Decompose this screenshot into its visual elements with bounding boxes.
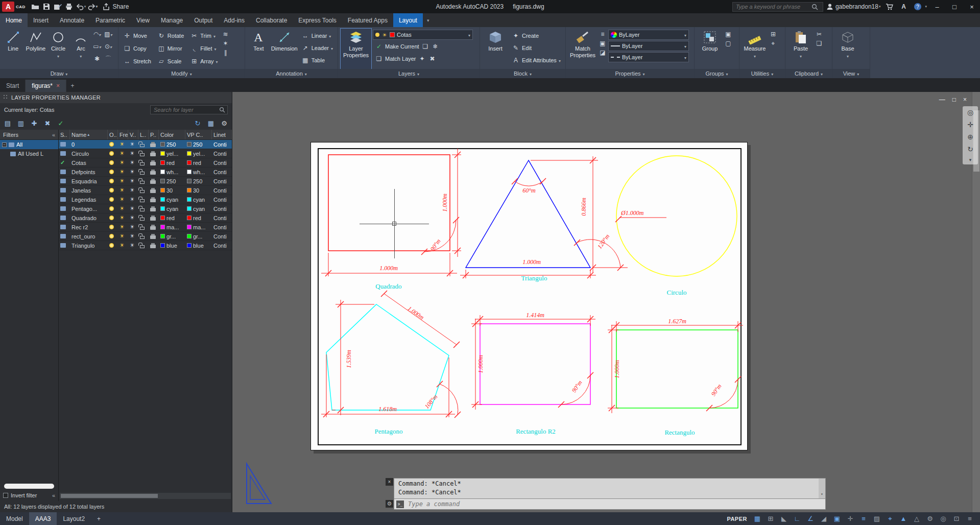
vp-color-swatch[interactable] xyxy=(187,243,192,248)
new-layout-button[interactable]: + xyxy=(91,512,107,525)
figure-pentagon[interactable]: 1.539m 1.000m 1.618m 108°m Pentagono xyxy=(321,291,461,435)
layer-off-icon[interactable]: ❏ xyxy=(421,42,429,51)
ribbon-state-toggle-icon[interactable]: ▾ xyxy=(423,13,434,27)
text-button[interactable]: A Text xyxy=(248,29,270,69)
freeze-icon[interactable] xyxy=(119,224,125,230)
freeze-icon[interactable] xyxy=(119,187,125,194)
viewport-restore-button[interactable]: □ xyxy=(952,96,956,103)
close-tab-icon[interactable]: × xyxy=(56,82,60,89)
dim-text[interactable]: 90°m xyxy=(570,379,584,394)
edit-block-button[interactable]: ✎Edit xyxy=(510,42,563,54)
measure-button[interactable]: Measure xyxy=(742,29,768,69)
col-lock[interactable]: L.. xyxy=(138,130,149,139)
tab-featured-apps[interactable]: Featured Apps xyxy=(342,13,393,27)
col-linetype[interactable]: Linet xyxy=(212,130,232,139)
freeze-icon[interactable] xyxy=(119,159,125,166)
color-swatch[interactable] xyxy=(160,160,165,165)
figure-square[interactable]: 1.000m 1.000m 90°m Quadrado xyxy=(321,149,461,290)
vp-color-swatch[interactable] xyxy=(187,206,192,211)
new-property-filter-icon[interactable]: ▤ xyxy=(3,118,12,128)
layer-states-icon[interactable]: ▦ xyxy=(206,118,216,128)
freeze-icon[interactable] xyxy=(119,169,125,175)
pickstyle-icon[interactable]: ◪ xyxy=(599,49,607,57)
panel-label-utilities[interactable]: Utilities xyxy=(739,69,785,78)
freeze-icon[interactable] xyxy=(119,196,125,203)
match-properties-button[interactable]: Match Properties xyxy=(568,29,597,69)
annotation-visibility-icon[interactable] xyxy=(897,513,910,524)
dim-text[interactable]: 1.539m xyxy=(345,350,352,368)
plot-icon[interactable] xyxy=(150,245,156,248)
erase-icon[interactable]: ≋ xyxy=(222,30,230,38)
paste-button[interactable]: Paste xyxy=(788,29,814,69)
help-icon[interactable]: ? xyxy=(912,1,923,12)
plot-icon[interactable] xyxy=(150,235,156,239)
minimize-button[interactable]: – xyxy=(930,1,944,13)
lock-icon[interactable] xyxy=(140,199,145,202)
panel-label-view[interactable]: View xyxy=(832,69,870,78)
panel-label-modify[interactable]: Modify xyxy=(118,69,245,78)
layer-row[interactable]: Circulo yel... yel... Conti xyxy=(59,149,232,158)
set-current-layer-icon[interactable]: ✓ xyxy=(56,118,65,128)
polyline-button[interactable]: Polyline xyxy=(25,29,46,69)
tab-collaborate[interactable]: Collaborate xyxy=(250,13,293,27)
leader-button[interactable]: ↗Leader xyxy=(299,42,335,54)
layer-row[interactable]: Esquadria 250 250 Conti xyxy=(59,177,232,186)
layer-freeze-tool-icon[interactable]: ❄ xyxy=(432,42,440,51)
annotation-scale-icon[interactable] xyxy=(911,513,923,524)
freeze-icon[interactable] xyxy=(119,141,125,148)
tab-add-ins[interactable]: Add-ins xyxy=(218,13,250,27)
layer-row[interactable]: Janelas 30 30 Conti xyxy=(59,186,232,195)
on-icon[interactable] xyxy=(109,243,114,248)
clean-screen-icon[interactable] xyxy=(950,513,963,524)
dim-text[interactable]: 60°m xyxy=(522,187,536,194)
vp-color-swatch[interactable] xyxy=(187,234,192,238)
vp-freeze-icon[interactable] xyxy=(130,150,135,157)
properties-list-icon[interactable]: ≡ xyxy=(599,30,607,38)
panel-label-clipboard[interactable]: Clipboard xyxy=(785,69,832,78)
cart-icon[interactable] xyxy=(883,1,895,12)
tab-manage[interactable]: Manage xyxy=(155,13,188,27)
drawing-canvas[interactable]: 1.000m 1.000m 90°m Quadrado xyxy=(232,92,980,512)
ellipse-icon[interactable]: ◠ xyxy=(93,30,101,38)
freeze-icon[interactable] xyxy=(119,205,125,212)
color-swatch[interactable] xyxy=(160,197,165,202)
on-icon[interactable] xyxy=(109,225,114,229)
model-tab[interactable]: Model xyxy=(0,512,29,525)
vp-color-swatch[interactable] xyxy=(187,170,192,174)
layer-row[interactable]: Triangulo blue blue Conti xyxy=(59,241,232,250)
col-vpfreeze[interactable]: V.. xyxy=(128,130,138,139)
freeze-icon[interactable] xyxy=(119,233,125,240)
command-close-icon[interactable]: × xyxy=(386,478,393,486)
on-icon[interactable] xyxy=(109,151,114,156)
pan-icon[interactable]: ✛ xyxy=(967,121,973,129)
edit-attributes-button[interactable]: AEdit Attributes xyxy=(510,55,563,66)
command-customize-icon[interactable]: ⚙ xyxy=(386,500,393,508)
plot-icon[interactable] xyxy=(150,199,156,202)
ungroup-icon[interactable]: ▣ xyxy=(724,30,732,38)
figure-rect[interactable]: 1.627m 1.000m 90°m Rectangulo xyxy=(608,318,743,436)
vp-freeze-icon[interactable] xyxy=(130,141,135,148)
figure-label[interactable]: Circulo xyxy=(667,289,687,296)
on-icon[interactable] xyxy=(109,170,114,174)
base-button[interactable]: Base xyxy=(835,29,861,69)
arc-dropdown-icon[interactable] xyxy=(80,53,82,59)
offset-icon[interactable]: ∥ xyxy=(222,49,230,57)
open-file-icon[interactable] xyxy=(30,1,41,12)
dim-text[interactable]: 0.866m xyxy=(580,198,587,216)
autodesk-assistant-icon[interactable]: A xyxy=(898,1,909,12)
vp-color-swatch[interactable] xyxy=(187,188,192,193)
match-layer-button[interactable]: ❏ Match Layer ✦ ✖ xyxy=(373,53,473,64)
lock-icon[interactable] xyxy=(140,245,145,248)
vp-color-swatch[interactable] xyxy=(187,225,192,229)
panel-label-layers[interactable]: Layers xyxy=(338,69,480,78)
plot-icon[interactable] xyxy=(150,162,156,165)
nav-wheel-icon[interactable]: ◎ xyxy=(967,108,973,116)
dynamic-input-icon[interactable] xyxy=(884,513,896,524)
arc-button[interactable]: Arc xyxy=(70,29,91,69)
vp-freeze-icon[interactable] xyxy=(130,159,135,166)
color-swatch[interactable] xyxy=(160,216,165,220)
help-dropdown-icon[interactable]: ▾ xyxy=(925,5,927,9)
ortho-toggle-icon[interactable] xyxy=(791,513,803,524)
col-vpcolor[interactable]: VP C.. xyxy=(185,130,212,139)
object-color-combo[interactable]: ByLayer xyxy=(608,30,689,40)
